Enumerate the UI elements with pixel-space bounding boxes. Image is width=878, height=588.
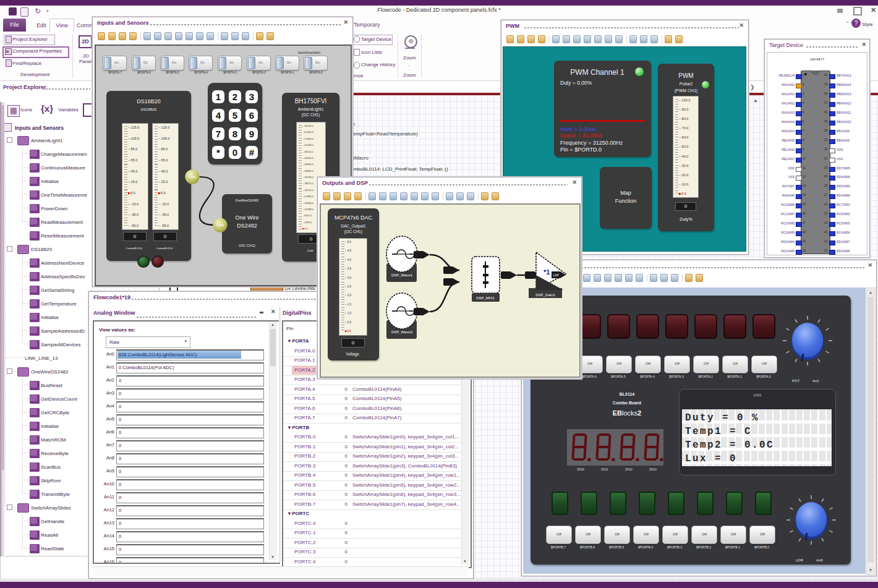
- svg-text:1-Wire: 1-Wire: [216, 224, 224, 227]
- svg-text:DSP_Gain1: DSP_Gain1: [535, 293, 555, 297]
- svg-text:DSP_MIX1: DSP_MIX1: [476, 296, 495, 300]
- svg-text:*1: *1: [543, 268, 550, 276]
- svg-text:DSP_Wave1: DSP_Wave1: [391, 273, 413, 277]
- svg-text:DSP_Wave2: DSP_Wave2: [391, 330, 413, 334]
- svg-text:LSP: LSP: [553, 273, 559, 277]
- svg-text:1-Wire: 1-Wire: [188, 176, 197, 179]
